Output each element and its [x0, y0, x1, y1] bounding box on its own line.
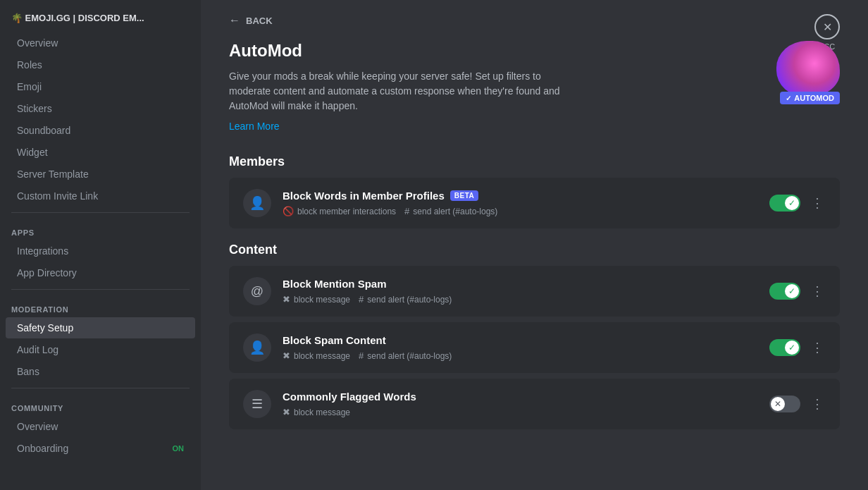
rule-more-menu-mention-spam[interactable]: ⋮: [809, 283, 826, 300]
rule-toggle-area-spam-content: ✓ ⋮: [769, 339, 826, 356]
rule-icon-spam-content: 👤: [243, 333, 271, 362]
rule-info-flagged-words: Commonly Flagged Words ✖ block message: [283, 391, 758, 417]
rule-toggle-spam-content[interactable]: ✓: [769, 339, 800, 356]
rule-more-menu-member-profiles[interactable]: ⋮: [809, 195, 826, 212]
beta-badge: BETA: [450, 190, 478, 201]
block-msg-mention-icon: ✖: [283, 294, 290, 305]
rule-block-spam-content: 👤 Block Spam Content ✖ block message # s…: [229, 322, 840, 373]
section-label-moderation: MODERATION: [0, 295, 201, 317]
rule-tag-block-msg-spam: ✖ block message: [283, 350, 350, 361]
toggle-knob-spam-content: ✓: [785, 341, 799, 355]
sidebar-item-soundboard[interactable]: Soundboard: [6, 120, 195, 141]
sidebar-item-bans[interactable]: Bans: [6, 361, 195, 382]
sidebar-item-overview[interactable]: Overview: [6, 32, 195, 54]
rule-block-words-member-profiles: 👤 Block Words in Member Profiles BETA 🚫 …: [229, 178, 840, 228]
rule-name-mention-spam: Block Mention Spam: [283, 278, 758, 290]
rule-tag-send-alert-spam: # send alert (#auto-logs): [359, 350, 452, 361]
onboarding-badge: ON: [173, 444, 185, 453]
automod-blob-graphic: [776, 41, 840, 97]
sidebar-item-integrations[interactable]: Integrations: [6, 240, 195, 262]
rule-more-menu-flagged-words[interactable]: ⋮: [809, 396, 826, 412]
divider-moderation: [11, 289, 190, 290]
rule-icon-flagged-words: ☰: [243, 390, 271, 418]
rule-toggle-area-member-profiles: ✓ ⋮: [769, 195, 826, 212]
rule-tag-send-alert-mention: # send alert (#auto-logs): [359, 294, 452, 305]
sidebar-item-audit-log[interactable]: Audit Log: [6, 339, 195, 360]
automod-description: Give your mods a break while keeping you…: [229, 69, 567, 114]
rule-toggle-flagged-words[interactable]: ✕: [769, 396, 800, 412]
automod-image: AUTOMOD: [762, 41, 840, 104]
rule-toggle-member-profiles[interactable]: ✓: [769, 195, 800, 212]
onboarding-label: Onboarding: [17, 443, 68, 454]
rule-commonly-flagged-words: ☰ Commonly Flagged Words ✖ block message…: [229, 379, 840, 429]
content-section-title: Content: [229, 243, 840, 257]
sidebar: 🌴 EMOJI.GG | DISCORD EM... Overview Role…: [0, 0, 201, 490]
rule-tags-member-profiles: 🚫 block member interactions # send alert…: [283, 206, 758, 216]
send-alert-spam-icon: #: [359, 350, 364, 361]
back-arrow-icon: ←: [229, 14, 240, 27]
section-label-community: COMMUNITY: [0, 394, 201, 415]
sidebar-item-custom-invite-link[interactable]: Custom Invite Link: [6, 185, 195, 207]
esc-circle-icon: ✕: [814, 14, 840, 39]
rule-name-spam-content: Block Spam Content: [283, 334, 758, 346]
main-content: ← BACK ✕ ESC AutoMod Give your mods a br…: [201, 0, 868, 490]
back-label: BACK: [246, 16, 273, 26]
rule-tag-block-interactions: 🚫 block member interactions: [283, 206, 396, 216]
rule-info-member-profiles: Block Words in Member Profiles BETA 🚫 bl…: [283, 190, 758, 216]
sidebar-item-safety-setup[interactable]: Safety Setup: [6, 317, 195, 338]
rule-tag-block-msg-flagged: ✖ block message: [283, 407, 350, 417]
divider-community: [11, 388, 190, 388]
rule-tag-send-alert-members: # send alert (#auto-logs): [404, 206, 497, 216]
sidebar-item-server-template[interactable]: Server Template: [6, 164, 195, 185]
send-alert-members-icon: #: [404, 206, 409, 216]
sidebar-item-emoji[interactable]: Emoji: [6, 76, 195, 97]
rule-info-spam-content: Block Spam Content ✖ block message # sen…: [283, 334, 758, 361]
sidebar-item-app-directory[interactable]: App Directory: [6, 262, 195, 283]
send-alert-mention-icon: #: [359, 294, 364, 305]
block-msg-spam-icon: ✖: [283, 350, 290, 361]
back-button[interactable]: ← BACK: [229, 14, 273, 27]
sidebar-item-onboarding[interactable]: Onboarding ON: [6, 438, 195, 459]
sidebar-item-widget[interactable]: Widget: [6, 142, 195, 163]
rule-more-menu-spam-content[interactable]: ⋮: [809, 339, 826, 356]
members-section-title: Members: [229, 154, 840, 169]
divider-apps: [11, 212, 190, 213]
automod-text-section: AutoMod Give your mods a break while kee…: [229, 41, 762, 132]
block-msg-flagged-icon: ✖: [283, 407, 290, 417]
automod-verified-badge: AUTOMOD: [780, 92, 840, 104]
rule-block-mention-spam: @ Block Mention Spam ✖ block message # s…: [229, 266, 840, 317]
rule-tag-block-msg-mention: ✖ block message: [283, 294, 350, 305]
toggle-knob-member-profiles: ✓: [785, 196, 799, 210]
toggle-knob-mention-spam: ✓: [785, 284, 799, 298]
rule-tags-mention-spam: ✖ block message # send alert (#auto-logs…: [283, 294, 758, 305]
sidebar-item-community-overview[interactable]: Overview: [6, 416, 195, 437]
server-name: 🌴 EMOJI.GG | DISCORD EM...: [0, 7, 201, 32]
learn-more-link[interactable]: Learn More: [229, 121, 280, 132]
rule-toggle-mention-spam[interactable]: ✓: [769, 283, 800, 300]
sidebar-item-stickers[interactable]: Stickers: [6, 98, 195, 119]
rule-info-mention-spam: Block Mention Spam ✖ block message # sen…: [283, 278, 758, 305]
automod-header: AutoMod Give your mods a break while kee…: [229, 41, 840, 132]
rule-icon-mention-spam: @: [243, 277, 271, 305]
rule-icon-member-profiles: 👤: [243, 189, 271, 217]
rule-toggle-area-mention-spam: ✓ ⋮: [769, 283, 826, 300]
section-label-apps: APPS: [0, 219, 201, 240]
toggle-knob-flagged-words: ✕: [771, 397, 785, 411]
sidebar-item-roles[interactable]: Roles: [6, 54, 195, 75]
rule-toggle-area-flagged-words: ✕ ⋮: [769, 396, 826, 412]
rule-name-flagged-words: Commonly Flagged Words: [283, 391, 758, 403]
rule-name-member-profiles: Block Words in Member Profiles BETA: [283, 190, 758, 202]
block-interactions-icon: 🚫: [283, 206, 294, 216]
rule-tags-flagged-words: ✖ block message: [283, 407, 758, 417]
automod-title: AutoMod: [229, 41, 762, 61]
rule-tags-spam-content: ✖ block message # send alert (#auto-logs…: [283, 350, 758, 361]
